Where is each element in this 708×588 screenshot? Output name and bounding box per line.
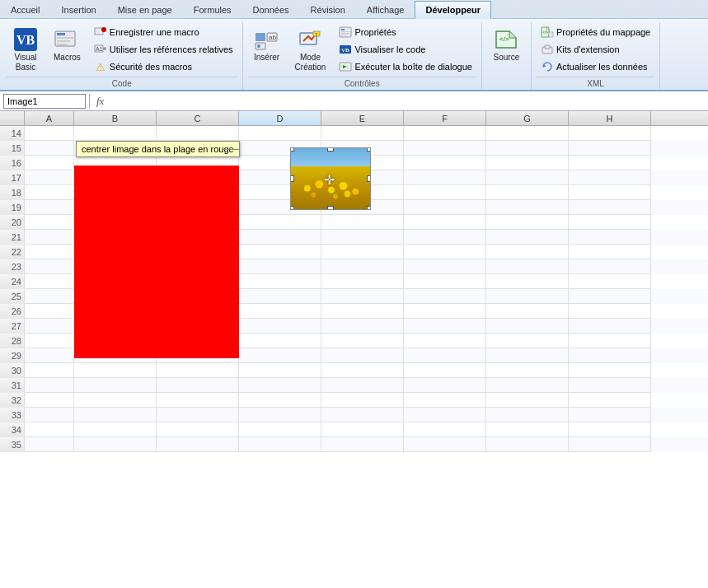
proprietes-button[interactable]: Propriétés (335, 24, 476, 40)
cell-g34[interactable] (486, 422, 569, 437)
cell-f29[interactable] (404, 348, 486, 363)
cell-e26[interactable] (321, 304, 404, 319)
cell-d20[interactable] (239, 215, 321, 230)
cell-d34[interactable] (239, 422, 321, 437)
cell-d22[interactable] (239, 245, 321, 259)
cell-h35[interactable] (569, 437, 651, 452)
cell-h31[interactable] (569, 378, 651, 393)
cell-f27[interactable] (404, 319, 486, 334)
cell-g17[interactable] (486, 170, 569, 185)
cell-h23[interactable] (569, 259, 651, 274)
col-header-c[interactable]: C (157, 111, 239, 125)
handle-middle-left[interactable] (290, 175, 294, 182)
cell-f34[interactable] (404, 422, 486, 437)
cell-a24[interactable] (25, 274, 74, 289)
cell-h27[interactable] (569, 319, 651, 334)
cell-a34[interactable] (25, 422, 74, 437)
securite-macros-button[interactable]: ⚠ Sécurité des macros (90, 58, 237, 75)
visualiser-code-button[interactable]: VB Visualiser le code (335, 41, 476, 58)
cell-h15[interactable] (569, 141, 651, 156)
cell-a17[interactable] (25, 170, 74, 185)
cell-a21[interactable] (25, 230, 74, 245)
tab-donnees[interactable]: Données (242, 1, 300, 19)
cell-a25[interactable] (25, 289, 74, 304)
cell-h26[interactable] (569, 304, 651, 319)
cell-b30[interactable] (74, 363, 157, 378)
cell-c31[interactable] (157, 378, 239, 393)
cell-g28[interactable] (486, 334, 569, 348)
references-relatives-button[interactable]: A1 Utiliser les références relatives (90, 41, 237, 58)
cell-g33[interactable] (486, 408, 569, 422)
handle-bottom-right[interactable] (367, 206, 371, 210)
cell-d25[interactable] (239, 289, 321, 304)
cell-d31[interactable] (239, 378, 321, 393)
cell-f30[interactable] (404, 363, 486, 378)
cell-a18[interactable] (25, 185, 74, 200)
kits-extension-button[interactable]: Kits d'extension (537, 41, 654, 58)
cell-g23[interactable] (486, 259, 569, 274)
col-header-a[interactable]: A (25, 111, 74, 125)
cell-e35[interactable] (321, 437, 404, 452)
cell-a27[interactable] (25, 319, 74, 334)
cell-e30[interactable] (321, 363, 404, 378)
cell-h29[interactable] (569, 348, 651, 363)
cell-a29[interactable] (25, 348, 74, 363)
tab-mise-en-page[interactable]: Mise en page (107, 1, 183, 19)
cell-a23[interactable] (25, 259, 74, 274)
executer-boite-button[interactable]: Exécuter la boîte de dialogue (335, 58, 476, 75)
cell-h14[interactable] (569, 126, 651, 141)
col-header-f[interactable]: F (404, 111, 486, 125)
cell-h34[interactable] (569, 422, 651, 437)
cell-a32[interactable] (25, 393, 74, 408)
col-header-b[interactable]: B (74, 111, 157, 125)
tab-insertion[interactable]: Insertion (50, 1, 106, 19)
cell-e29[interactable] (321, 348, 404, 363)
handle-bottom-left[interactable] (290, 206, 294, 210)
cell-f31[interactable] (404, 378, 486, 393)
visual-basic-button[interactable]: VB VisualBasic (7, 24, 45, 75)
cell-g15[interactable] (486, 141, 569, 156)
cell-a15[interactable] (25, 141, 74, 156)
cell-h16[interactable] (569, 156, 651, 170)
cell-f17[interactable] (404, 170, 486, 185)
cell-e32[interactable] (321, 393, 404, 408)
tab-accueil[interactable]: Accueil (0, 1, 50, 19)
cell-g24[interactable] (486, 274, 569, 289)
cell-b14[interactable] (74, 126, 157, 141)
cell-f14[interactable] (404, 126, 486, 141)
cell-h22[interactable] (569, 245, 651, 259)
cell-c30[interactable] (157, 363, 239, 378)
cell-c33[interactable] (157, 408, 239, 422)
cell-f16[interactable] (404, 156, 486, 170)
cell-h20[interactable] (569, 215, 651, 230)
cell-c35[interactable] (157, 437, 239, 452)
actualiser-donnees-button[interactable]: Actualiser les données (537, 58, 654, 75)
col-header-d[interactable]: D (239, 111, 321, 125)
cell-d35[interactable] (239, 437, 321, 452)
cell-e23[interactable] (321, 259, 404, 274)
mode-creation-button[interactable]: T ModeCréation (289, 24, 332, 75)
cell-f23[interactable] (404, 259, 486, 274)
name-box[interactable]: Image1 (3, 94, 86, 109)
handle-bottom-center[interactable] (327, 206, 334, 210)
cell-g14[interactable] (486, 126, 569, 141)
cell-h28[interactable] (569, 334, 651, 348)
cell-g30[interactable] (486, 363, 569, 378)
cell-a31[interactable] (25, 378, 74, 393)
cell-f33[interactable] (404, 408, 486, 422)
cell-h17[interactable] (569, 170, 651, 185)
cell-e20[interactable] (321, 215, 404, 230)
source-button[interactable]: </> Source (487, 24, 525, 65)
col-header-e[interactable]: E (321, 111, 404, 125)
cell-c34[interactable] (157, 422, 239, 437)
cell-b32[interactable] (74, 393, 157, 408)
cell-f25[interactable] (404, 289, 486, 304)
cell-a20[interactable] (25, 215, 74, 230)
cell-h33[interactable] (569, 408, 651, 422)
cell-f20[interactable] (404, 215, 486, 230)
cell-e24[interactable] (321, 274, 404, 289)
cell-e28[interactable] (321, 334, 404, 348)
cell-e14[interactable] (321, 126, 404, 141)
image-widget[interactable]: ✛ (290, 147, 371, 210)
cell-d29[interactable] (239, 348, 321, 363)
